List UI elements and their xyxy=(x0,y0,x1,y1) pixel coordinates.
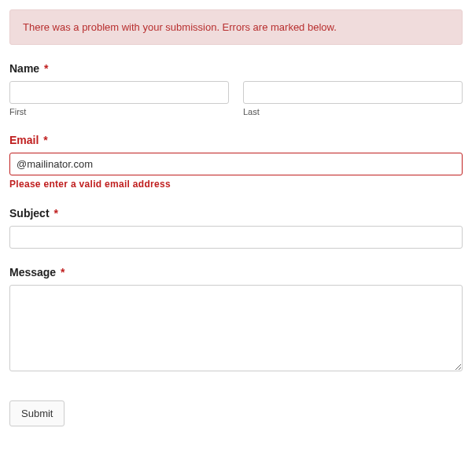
name-required-indicator: * xyxy=(44,62,48,75)
name-row: First Last xyxy=(9,81,463,116)
message-textarea[interactable] xyxy=(9,285,463,371)
subject-input[interactable] xyxy=(9,226,463,249)
subject-label-text: Subject xyxy=(9,207,50,220)
last-name-input[interactable] xyxy=(243,81,463,104)
last-name-col: Last xyxy=(243,81,463,116)
first-name-col: First xyxy=(9,81,229,116)
email-label-text: Email xyxy=(9,134,39,146)
error-banner: There was a problem with your submission… xyxy=(9,9,463,45)
email-error-message: Please enter a valid email address xyxy=(9,179,463,190)
subject-required-indicator: * xyxy=(53,207,57,220)
email-field-group: Email * Please enter a valid email addre… xyxy=(9,134,463,190)
email-required-indicator: * xyxy=(43,134,47,146)
submit-button[interactable]: Submit xyxy=(9,400,65,426)
name-label-text: Name xyxy=(9,62,39,75)
last-name-sublabel: Last xyxy=(243,107,463,116)
first-name-input[interactable] xyxy=(9,81,229,104)
email-label: Email * xyxy=(9,134,463,146)
message-field-group: Message * xyxy=(9,266,463,374)
first-name-sublabel: First xyxy=(9,107,229,116)
name-label: Name * xyxy=(9,62,463,75)
message-label: Message * xyxy=(9,266,463,279)
name-field-group: Name * First Last xyxy=(9,62,463,116)
message-label-text: Message xyxy=(9,266,56,279)
message-required-indicator: * xyxy=(61,266,65,279)
email-input[interactable] xyxy=(9,153,463,175)
subject-field-group: Subject * xyxy=(9,207,463,249)
submit-button-label: Submit xyxy=(21,408,53,419)
error-banner-text: There was a problem with your submission… xyxy=(23,21,337,33)
subject-label: Subject * xyxy=(9,207,463,220)
